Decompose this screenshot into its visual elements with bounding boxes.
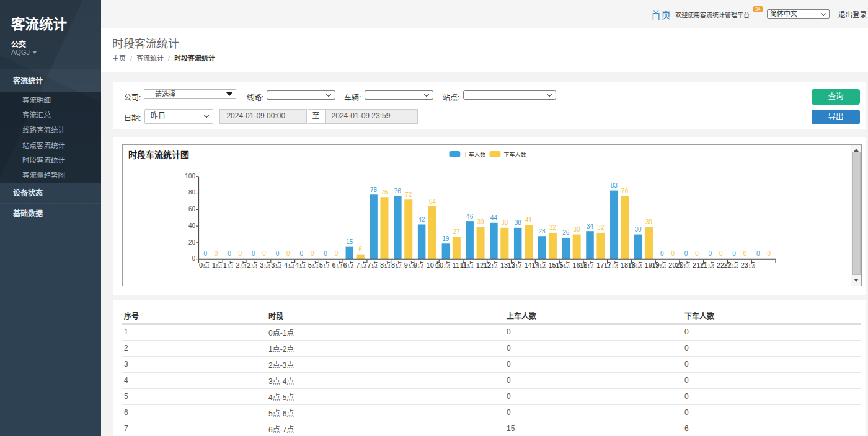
svg-text:上车人数: 上车人数 xyxy=(463,151,485,158)
svg-text:0: 0 xyxy=(684,250,688,257)
svg-text:0: 0 xyxy=(695,250,699,257)
svg-text:1点-2点: 1点-2点 xyxy=(223,261,247,269)
svg-text:0: 0 xyxy=(732,250,736,257)
svg-text:78: 78 xyxy=(370,186,378,193)
svg-text:30: 30 xyxy=(634,226,642,233)
svg-text:83: 83 xyxy=(611,182,618,189)
svg-text:0点-1点: 0点-1点 xyxy=(199,261,223,269)
svg-text:42: 42 xyxy=(418,216,426,223)
svg-text:34: 34 xyxy=(587,223,594,230)
svg-text:0: 0 xyxy=(660,250,664,257)
svg-text:39: 39 xyxy=(477,219,484,225)
svg-text:下车人数: 下车人数 xyxy=(504,151,526,158)
svg-text:44: 44 xyxy=(490,214,498,221)
svg-text:0: 0 xyxy=(719,250,723,257)
svg-text:100: 100 xyxy=(185,173,195,180)
svg-text:64: 64 xyxy=(429,198,436,205)
svg-text:0: 0 xyxy=(203,250,207,257)
svg-text:0: 0 xyxy=(709,250,712,257)
svg-text:0: 0 xyxy=(286,250,290,257)
svg-text:0: 0 xyxy=(756,250,760,257)
svg-text:26: 26 xyxy=(562,229,570,236)
svg-text:39: 39 xyxy=(645,219,653,225)
svg-text:76: 76 xyxy=(621,188,629,194)
svg-text:76: 76 xyxy=(394,188,402,194)
svg-text:75: 75 xyxy=(381,189,388,196)
svg-text:20: 20 xyxy=(188,239,196,246)
svg-text:32: 32 xyxy=(597,224,604,231)
svg-text:0: 0 xyxy=(228,250,231,257)
svg-text:19: 19 xyxy=(442,235,450,242)
svg-text:0: 0 xyxy=(192,255,195,262)
svg-text:80: 80 xyxy=(188,189,196,196)
svg-text:38: 38 xyxy=(501,219,508,226)
svg-text:40: 40 xyxy=(188,222,196,229)
svg-text:8点-9点: 8点-9点 xyxy=(391,261,415,269)
svg-text:0: 0 xyxy=(299,250,303,257)
svg-text:0: 0 xyxy=(768,250,771,257)
svg-text:0: 0 xyxy=(335,250,339,257)
svg-text:0: 0 xyxy=(262,250,266,257)
svg-text:0: 0 xyxy=(239,250,242,257)
svg-text:6: 6 xyxy=(358,246,362,253)
svg-text:0: 0 xyxy=(252,250,255,257)
svg-text:72: 72 xyxy=(405,191,412,198)
svg-text:27: 27 xyxy=(453,229,461,235)
svg-text:0: 0 xyxy=(311,250,314,257)
svg-text:15: 15 xyxy=(346,238,353,245)
svg-text:4点-5点: 4点-5点 xyxy=(295,261,319,269)
svg-text:30: 30 xyxy=(574,226,581,233)
svg-text:32: 32 xyxy=(549,224,557,231)
svg-text:6点-7点: 6点-7点 xyxy=(343,261,367,269)
svg-text:2点-3点: 2点-3点 xyxy=(247,261,270,269)
svg-text:41: 41 xyxy=(525,217,533,224)
svg-text:0: 0 xyxy=(671,250,675,257)
svg-text:时段车流统计图: 时段车流统计图 xyxy=(128,150,189,160)
svg-text:28: 28 xyxy=(538,228,546,235)
svg-text:7点-8点: 7点-8点 xyxy=(367,261,391,269)
svg-text:60: 60 xyxy=(188,206,196,212)
svg-text:5点-6点: 5点-6点 xyxy=(319,261,343,269)
svg-text:38: 38 xyxy=(515,219,522,226)
svg-text:0: 0 xyxy=(276,250,280,257)
svg-text:0: 0 xyxy=(324,250,327,257)
svg-text:22点-23点: 22点-23点 xyxy=(724,261,755,269)
svg-text:46: 46 xyxy=(466,213,474,220)
svg-text:0: 0 xyxy=(743,250,747,257)
svg-text:0: 0 xyxy=(215,250,218,257)
svg-text:3点-4点: 3点-4点 xyxy=(271,261,294,269)
